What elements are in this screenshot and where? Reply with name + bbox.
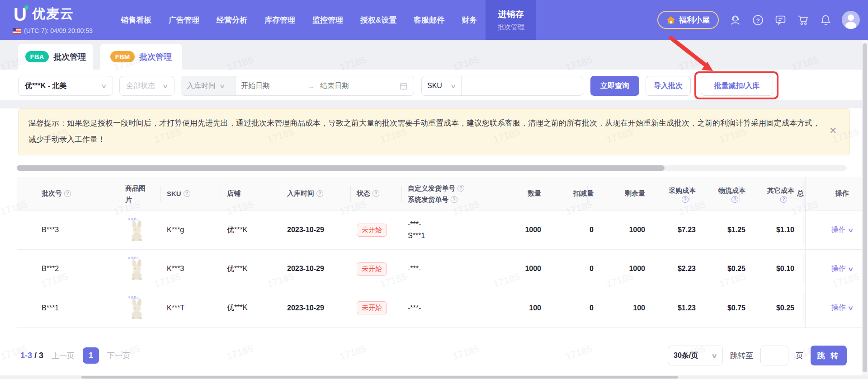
page-number-button[interactable]: 1 bbox=[83, 347, 99, 364]
purchase-cost: $2.23 bbox=[645, 250, 696, 288]
calendar-icon[interactable] bbox=[400, 82, 407, 90]
help-icon[interactable]: ? bbox=[682, 196, 689, 203]
nav-item-inventory[interactable]: 库存管理 bbox=[256, 15, 304, 25]
chevron-down-icon: ∨ bbox=[847, 227, 854, 234]
help-icon[interactable]: ? bbox=[373, 190, 379, 197]
window-bottom-scrollbar-thumb[interactable] bbox=[81, 376, 678, 379]
nav-item-sales-board[interactable]: 销售看板 bbox=[112, 15, 160, 25]
header-qty: 数量 bbox=[469, 177, 541, 210]
filter-bar: 优***K - 北美 ∨ 全部状态 ∨ 入库时间 ∨ → SKU ∨ 立即查询 … bbox=[0, 70, 868, 100]
cart-icon[interactable] bbox=[797, 14, 809, 26]
nav-item-auth-settings[interactable]: 授权&设置 bbox=[352, 15, 405, 25]
nav-item-analytics[interactable]: 经营分析 bbox=[208, 15, 256, 25]
action-cell: 操作∨ bbox=[805, 211, 868, 249]
customer-service-icon[interactable] bbox=[729, 14, 741, 26]
navbar-right-tools: 福利小屋 ? bbox=[657, 0, 860, 40]
other-cost: $1.10 bbox=[745, 211, 794, 249]
date-type-select[interactable]: 入库时间 ∨ bbox=[181, 76, 236, 95]
row-action-dropdown[interactable]: 操作∨ bbox=[831, 303, 853, 313]
header-image: 商品图片 bbox=[125, 177, 151, 210]
sku-search-input[interactable] bbox=[462, 76, 583, 95]
product-image[interactable]: U 优麦云 bbox=[125, 250, 166, 288]
header-other-cost: 其它成本 ? bbox=[745, 177, 794, 210]
product-image[interactable]: U 优麦云 bbox=[125, 211, 166, 249]
query-button[interactable]: 立即查询 bbox=[590, 76, 639, 96]
sku-type-select[interactable]: SKU ∨ bbox=[422, 76, 462, 95]
help-icon[interactable]: ? bbox=[184, 190, 190, 197]
nav-item-monitor[interactable]: 监控管理 bbox=[304, 15, 352, 25]
help-icon[interactable]: ? bbox=[451, 196, 458, 203]
help-icon[interactable]: ? bbox=[751, 14, 764, 26]
prev-page-button[interactable]: 上一页 bbox=[52, 351, 75, 361]
action-cell: 操作∨ bbox=[805, 288, 868, 328]
shop-value: 优***K bbox=[227, 288, 285, 328]
shop-value: 优***K bbox=[227, 250, 285, 288]
table-footer-divider bbox=[17, 339, 847, 339]
header-total-clipped: 总 bbox=[797, 177, 805, 210]
header-logistics-cost: 物流成本 ? bbox=[696, 177, 745, 210]
chevron-down-icon: ∨ bbox=[450, 83, 457, 89]
header-batch: 批次号? bbox=[42, 177, 123, 210]
status-select[interactable]: 全部状态 ∨ bbox=[119, 76, 175, 96]
other-cost: $0.25 bbox=[745, 288, 794, 328]
chevron-down-icon: ∨ bbox=[162, 83, 169, 89]
end-date-input[interactable] bbox=[315, 76, 382, 95]
inbound-date: 2023-10-29 bbox=[287, 288, 355, 328]
help-icon[interactable]: ? bbox=[458, 185, 464, 192]
logo-u-icon: U bbox=[14, 5, 27, 24]
help-icon[interactable]: ? bbox=[316, 190, 323, 197]
notice-text: 温馨提示：如果您是授权一段时间后，才打算使用先进先出，通过批次来管理商品成本，导… bbox=[28, 119, 820, 144]
welfare-house-button[interactable]: 福利小屋 bbox=[657, 11, 719, 29]
tab-strip: FBA 批次管理 FBM 批次管理 bbox=[0, 40, 868, 70]
notifications-bell-icon[interactable] bbox=[819, 14, 832, 26]
jump-page-input[interactable] bbox=[760, 346, 788, 365]
nav-item-finance[interactable]: 财务 bbox=[453, 15, 486, 25]
product-image[interactable]: U 优麦云 bbox=[125, 288, 166, 328]
shop-select[interactable]: 优***K - 北美 ∨ bbox=[18, 76, 113, 96]
nav-item-ads[interactable]: 广告管理 bbox=[160, 15, 208, 25]
close-icon[interactable]: ✕ bbox=[829, 126, 837, 135]
page-size-select[interactable]: 30条/页 ∨ bbox=[668, 346, 723, 365]
bulk-deduct-inbound-button[interactable]: 批量减扣/入库 bbox=[701, 76, 773, 96]
fbm-badge: FBM bbox=[110, 51, 135, 62]
inbound-date: 2023-10-29 bbox=[287, 211, 355, 249]
help-icon[interactable]: ? bbox=[780, 196, 787, 203]
nav-item-erp-active[interactable]: 进销存 批次管理 bbox=[486, 0, 536, 40]
help-icon[interactable]: ? bbox=[731, 196, 738, 203]
notice-banner: 温馨提示：如果您是授权一段时间后，才打算使用先进先出，通过批次来管理商品成本，导… bbox=[18, 108, 850, 155]
next-page-button[interactable]: 下一页 bbox=[107, 351, 130, 361]
vertical-scrollbar bbox=[862, 40, 868, 375]
sku-type-value: SKU bbox=[427, 82, 442, 90]
start-date-input[interactable] bbox=[236, 76, 308, 95]
help-icon[interactable]: ? bbox=[64, 190, 71, 197]
sku-value: K***g bbox=[167, 211, 225, 249]
app-logo[interactable]: U优麦云 bbox=[14, 5, 74, 24]
svg-text:?: ? bbox=[756, 17, 760, 23]
import-batch-button[interactable]: 导入批次 bbox=[646, 76, 691, 96]
chevron-down-icon: ∨ bbox=[847, 304, 854, 311]
user-avatar[interactable] bbox=[842, 11, 860, 29]
chevron-down-icon: ∨ bbox=[101, 83, 107, 89]
qty-value: 1000 bbox=[469, 211, 541, 249]
pagination-left: 1-3 / 3 上一页 1 下一页 bbox=[20, 346, 130, 365]
fba-badge: FBA bbox=[25, 51, 49, 62]
feedback-icon[interactable] bbox=[774, 14, 787, 26]
tab-fbm-batch[interactable]: FBM 批次管理 bbox=[100, 44, 182, 70]
date-range-field: 入库时间 ∨ → bbox=[181, 76, 414, 96]
nav-item-cs-mail[interactable]: 客服邮件 bbox=[405, 15, 453, 25]
page-size-value: 30条/页 bbox=[674, 351, 698, 360]
inbound-date: 2023-10-29 bbox=[287, 250, 355, 288]
row-action-dropdown[interactable]: 操作∨ bbox=[831, 264, 853, 274]
row-action-dropdown[interactable]: 操作∨ bbox=[831, 225, 853, 235]
deduct-value: 0 bbox=[541, 288, 594, 328]
image-watermark: U 优麦云 bbox=[128, 256, 139, 260]
shop-select-value: 优***K - 北美 bbox=[25, 81, 66, 91]
vertical-scrollbar-thumb[interactable] bbox=[863, 43, 867, 372]
logo-text: 优麦云 bbox=[32, 6, 74, 21]
us-flag-icon bbox=[13, 28, 21, 34]
tab-fba-batch[interactable]: FBA 批次管理 bbox=[18, 44, 93, 70]
page-unit-label: 页 bbox=[796, 351, 803, 361]
horizontal-scrollbar-thumb[interactable] bbox=[17, 165, 665, 171]
jump-button[interactable]: 跳 转 bbox=[811, 346, 847, 365]
remain-value: 100 bbox=[594, 288, 645, 328]
